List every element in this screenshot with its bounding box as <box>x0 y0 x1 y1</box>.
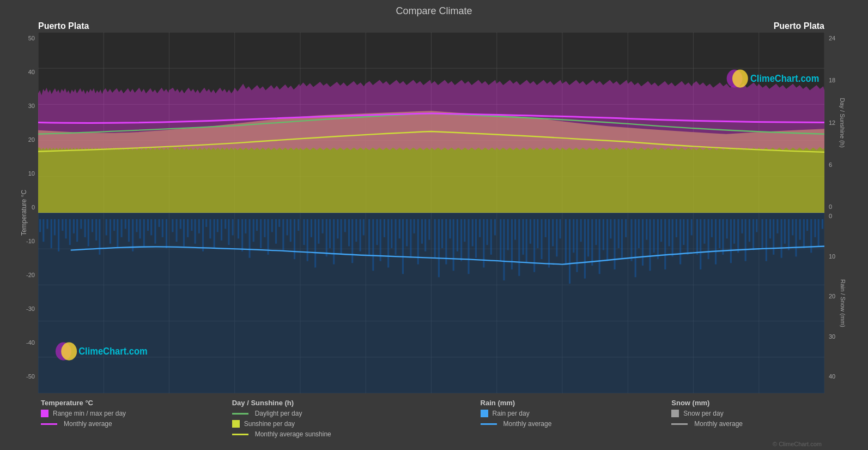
legend-snow-avg-label: Monthly average <box>694 420 743 428</box>
legend-sunshine-avg-label: Monthly average sunshine <box>255 430 331 438</box>
legend-rain-avg: Monthly average <box>481 420 672 428</box>
left-tick-n50: -50 <box>26 373 35 380</box>
left-tick-n20: -20 <box>26 272 35 278</box>
left-tick-40: 40 <box>28 69 35 75</box>
svg-point-235 <box>732 70 748 88</box>
chart-plot: ClimeChart.com ClimeChart.com Jan Feb Ma… <box>38 32 824 393</box>
legend-daylight: Daylight per day <box>232 410 481 417</box>
legend-snow-title: Snow (mm) <box>671 399 863 407</box>
left-tick-20: 20 <box>28 136 35 143</box>
legend-temp-title: Temperature °C <box>41 399 232 407</box>
right-tick-24: 24 <box>829 35 868 41</box>
legend-snow-bar-icon <box>671 410 679 417</box>
legend-daylight-label: Daylight per day <box>255 410 302 417</box>
legend-temp-avg-icon <box>41 423 57 425</box>
left-tick-0: 0 <box>32 204 35 211</box>
legend-sunshine-bar-icon <box>232 420 240 428</box>
legend-temp-avg: Monthly average <box>41 420 232 428</box>
location-label-left: Puerto Plata <box>38 21 89 31</box>
legend-rain-bar-label: Rain per day <box>493 410 530 417</box>
right-axis-sunshine-label: Day / Sunshine (h) <box>839 98 845 147</box>
legend-snow-bar-label: Snow per day <box>683 410 723 417</box>
copyright: © ClimeChart.com <box>0 441 868 450</box>
legend-rain-bar-icon <box>481 410 488 417</box>
right-tick-40: 40 <box>829 373 868 380</box>
legend-rain-avg-icon <box>481 423 497 425</box>
left-tick-n10: -10 <box>26 238 35 244</box>
left-axis-label: Temperature °C <box>20 190 28 236</box>
legend-snow-avg-icon <box>671 423 688 425</box>
legend-sunshine-avg-icon <box>232 434 248 435</box>
legend-snow-bar: Snow per day <box>671 410 863 417</box>
svg-text:ClimeChart.com: ClimeChart.com <box>750 73 819 84</box>
right-tick-0b: 0 <box>829 213 868 219</box>
right-tick-30: 30 <box>829 333 868 340</box>
left-tick-10: 10 <box>28 170 35 177</box>
right-tick-10: 10 <box>829 253 868 260</box>
legend-sunshine-avg: Monthly average sunshine <box>232 430 481 438</box>
svg-text:ClimeChart.com: ClimeChart.com <box>78 345 147 357</box>
svg-rect-230 <box>38 213 824 393</box>
page-title: Compare Climate <box>0 5 868 17</box>
right-tick-0a: 0 <box>829 203 868 210</box>
left-tick-50: 50 <box>28 35 35 41</box>
left-tick-n30: -30 <box>26 305 35 312</box>
legend-temp-avg-label: Monthly average <box>64 420 112 428</box>
legend-rain-title: Rain (mm) <box>481 399 672 407</box>
legend-sunshine-bar-label: Sunshine per day <box>244 420 295 428</box>
legend-sunshine-title: Day / Sunshine (h) <box>232 399 481 407</box>
right-tick-20: 20 <box>829 293 868 299</box>
legend-rain-avg-label: Monthly average <box>503 420 552 428</box>
left-tick-n40: -40 <box>26 339 35 346</box>
legend-snow-avg: Monthly average <box>671 420 863 428</box>
right-tick-12: 12 <box>829 119 868 126</box>
right-axis-rain-label: Rain / Snow (mm) <box>840 279 846 327</box>
legend-temp-range-label: Range min / max per day <box>53 410 126 417</box>
legend-temp-range: Range min / max per day <box>41 410 232 417</box>
left-tick-30: 30 <box>28 103 35 109</box>
legend-sunshine-bar: Sunshine per day <box>232 420 481 428</box>
legend-rain-bar: Rain per day <box>481 410 672 417</box>
legend-temp-range-icon <box>41 410 48 417</box>
right-tick-6: 6 <box>829 161 868 168</box>
svg-point-232 <box>61 343 77 361</box>
legend-daylight-icon <box>232 413 248 415</box>
location-label-right: Puerto Plata <box>774 21 824 31</box>
right-tick-18: 18 <box>829 77 868 83</box>
